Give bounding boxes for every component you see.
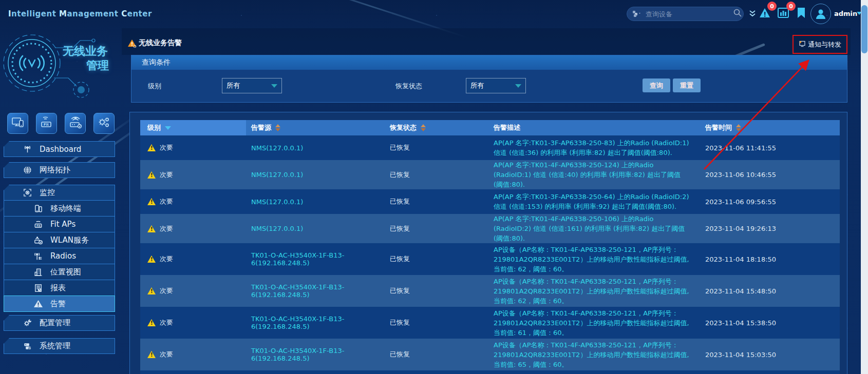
sidebar-item-监控[interactable]: 监控 bbox=[4, 185, 115, 201]
cell-description-text[interactable]: AP设备（AP名称：TK01-4F-AP6338-250-121，AP序列号：2… bbox=[494, 277, 690, 306]
admin-menu[interactable]: admin bbox=[834, 10, 857, 17]
column-header-4[interactable]: 告警时间 bbox=[699, 120, 840, 135]
scrollbar-thumb[interactable] bbox=[861, 5, 867, 53]
app-logo: 无线业务 管理 bbox=[0, 29, 122, 101]
logo-title-line1: 无线业务 bbox=[63, 44, 108, 59]
level-text: 次要 bbox=[160, 318, 173, 327]
cell-description-text[interactable]: AP设备（AP名称：TK01-4F-AP6338-250-121，AP序列号：2… bbox=[494, 245, 690, 274]
cell-description: AP设备（AP名称：TK01-4F-AP6338-250-121，AP序列号：2… bbox=[491, 275, 699, 307]
column-header-0[interactable]: 级别 bbox=[140, 120, 246, 135]
cell-source-text[interactable]: NMS(127.0.0.1) bbox=[251, 171, 303, 179]
settings-gears-icon bbox=[97, 115, 111, 131]
level-select-value: 所有 bbox=[227, 81, 240, 90]
fit-ap-tile-icon: Fit bbox=[40, 116, 53, 131]
minor-alarm-icon bbox=[147, 144, 156, 151]
cell-description: AP设备（AP名称：TK01-4F-AP6338-250-121，AP序列号：2… bbox=[491, 307, 699, 339]
cell-time-text: 2023-11-06 10:46:55 bbox=[705, 171, 776, 179]
cell-source-text[interactable]: TK01-O-AC-H3540X-1F-B13-6(192.168.248.5) bbox=[251, 347, 386, 362]
notify-forward-button[interactable]: 通知与转发 bbox=[792, 35, 847, 54]
topbar: Intelligent Management Center bbox=[0, 0, 868, 28]
cell-description-text[interactable]: AP(AP 名字:TK01-4F-AP6338-250-106) 上的Radio… bbox=[494, 214, 690, 243]
recovery-status-select[interactable]: 所有 bbox=[466, 78, 526, 93]
tile-wlan-device-tile-icon[interactable] bbox=[65, 113, 86, 134]
sidebar-item-配置管理[interactable]: 配置管理 bbox=[4, 315, 115, 331]
sidebar-item-dashboard[interactable]: Dashboard bbox=[4, 141, 115, 157]
cell-source-text[interactable]: NMS(127.0.0.1) bbox=[251, 144, 303, 152]
cell-source-text[interactable]: TK01-O-AC-H3540X-1F-B13-6(192.168.248.5) bbox=[251, 315, 386, 330]
cell-level bbox=[140, 370, 246, 374]
cell-source-text[interactable]: TK01-O-AC-H3540X-1F-B13-6(192.168.248.5) bbox=[251, 251, 386, 267]
query-button[interactable]: 查询 bbox=[643, 78, 670, 92]
cell-recovery-status-text: 已恢复 bbox=[390, 350, 410, 359]
query-panel: 查询条件 级别 所有 恢复状态 所有 查询 重置 bbox=[131, 55, 847, 103]
sidebar-item-系统管理[interactable]: 系统管理 bbox=[4, 338, 115, 354]
sidebar-item-网络拓扑[interactable]: 网络拓扑 bbox=[4, 162, 115, 178]
alarm-triangle-icon bbox=[33, 299, 43, 308]
fit-ap-icon: Fit bbox=[33, 220, 43, 229]
tile-terminal-devices-icon[interactable] bbox=[7, 113, 28, 134]
cell-source: TK01-O-AC-H3540X-1F-B13-6(192.168.248.5) bbox=[246, 339, 386, 370]
tile-settings-gears-icon[interactable] bbox=[93, 113, 115, 134]
cell-description-text[interactable]: AP(AP 名字:TK01-3F-AP6338-250-83) 上的Radio … bbox=[494, 138, 690, 158]
cell-time: 2023-11-06 11:41:55 bbox=[699, 135, 840, 160]
device-search[interactable] bbox=[627, 7, 744, 21]
avatar[interactable] bbox=[810, 4, 831, 24]
location-view-icon bbox=[33, 267, 43, 277]
cell-source: NMS(127.0.0.1) bbox=[246, 214, 386, 243]
search-icon[interactable] bbox=[733, 8, 742, 19]
cell-source-text[interactable]: NMS(127.0.0.1) bbox=[251, 225, 303, 232]
cell-description-text[interactable]: AP设备（AP名称：TK01-4F-AP6338-250-121，AP序列号：2… bbox=[494, 308, 690, 338]
minor-alarm-icon bbox=[147, 319, 156, 326]
column-header-1[interactable]: 告警源 bbox=[246, 120, 386, 135]
page-title-bar: 无线业务告警 通知与转发 bbox=[122, 28, 851, 55]
level-select[interactable]: 所有 bbox=[222, 78, 282, 93]
tile-fit-ap-tile-icon[interactable]: Fit bbox=[36, 113, 57, 134]
search-scope-icon[interactable] bbox=[632, 10, 641, 17]
cell-level: 次要 bbox=[140, 243, 246, 275]
minor-alarm-icon bbox=[147, 171, 156, 179]
quick-tiles: Fit bbox=[7, 113, 117, 134]
cell-source bbox=[246, 370, 386, 374]
sidebar-item-报表[interactable]: 报表 bbox=[4, 280, 115, 296]
column-header-2[interactable]: 恢复状态 bbox=[386, 120, 491, 135]
vertical-scrollbar[interactable] bbox=[861, 0, 868, 374]
sort-toggle-icon[interactable] bbox=[736, 124, 741, 131]
sidebar-item-位置视图[interactable]: 位置视图 bbox=[4, 264, 115, 280]
cell-description: AP(AP 名字:TK01-3F-AP6338-250-64) 上的Radio … bbox=[491, 189, 699, 214]
sort-toggle-icon[interactable] bbox=[275, 124, 280, 131]
cell-level: 次要 bbox=[140, 339, 246, 370]
level-text: 次要 bbox=[160, 286, 173, 296]
sort-toggle-icon[interactable] bbox=[421, 124, 426, 131]
sidebar-item-wlan服务[interactable]: WLAN服务 bbox=[4, 232, 115, 248]
radios-antenna-icon bbox=[33, 251, 43, 261]
table-header-row: 级别告警源恢复状态告警描述告警时间 bbox=[140, 120, 840, 135]
table-row: 次要TK01-O-AC-H3540X-1F-B13-6(192.168.248.… bbox=[140, 307, 840, 339]
cell-level: 次要 bbox=[140, 214, 246, 243]
sidebar-item-fit-aps[interactable]: FitFit APs bbox=[4, 216, 115, 232]
cell-description-text[interactable]: AP设备（AP名称：TK01-4F-AP6338-250-121，AP序列号：2… bbox=[494, 340, 690, 369]
minor-alarm-icon bbox=[147, 198, 156, 205]
sidebar-item-radios[interactable]: Radios bbox=[4, 248, 115, 264]
bookmark-icon[interactable] bbox=[797, 7, 806, 21]
cell-time bbox=[699, 370, 840, 374]
imc-wireless-app: Intelligent Management Center bbox=[0, 0, 868, 374]
cell-source-text[interactable]: TK01-O-AC-H3540X-1F-B13-6(192.168.248.5) bbox=[251, 283, 386, 299]
cell-time-text: 2023-11-04 15:38:50 bbox=[705, 319, 776, 327]
wlan-device-tile-icon bbox=[68, 116, 83, 131]
cell-description-text[interactable]: AP(AP 名字:TK01-4F-AP6338-250-124) 上的Radio… bbox=[494, 160, 690, 189]
cell-recovery-status bbox=[386, 370, 491, 374]
sidebar-item-label: 网络拓扑 bbox=[40, 165, 70, 175]
cell-recovery-status: 已恢复 bbox=[386, 160, 491, 189]
sidebar-item-label: Radios bbox=[50, 251, 76, 261]
sidebar-item-移动终端[interactable]: 移动终端 bbox=[4, 200, 115, 216]
cell-level: 次要 bbox=[140, 135, 246, 160]
collapse-chevrons-icon[interactable] bbox=[748, 10, 757, 20]
sort-descending-icon[interactable] bbox=[165, 126, 171, 130]
search-input[interactable] bbox=[646, 10, 733, 18]
cell-source-text[interactable]: NMS(127.0.0.1) bbox=[251, 198, 303, 206]
cell-description-text[interactable]: AP(AP 名字:TK01-3F-AP6338-250-64) 上的Radio … bbox=[494, 192, 690, 211]
table-row: 次要NMS(127.0.0.1)已恢复AP(AP 名字:TK01-3F-AP63… bbox=[140, 135, 840, 160]
level-text: 次要 bbox=[160, 254, 173, 264]
sidebar-item-告警[interactable]: 告警 bbox=[4, 296, 115, 312]
reset-button[interactable]: 重置 bbox=[673, 78, 701, 92]
